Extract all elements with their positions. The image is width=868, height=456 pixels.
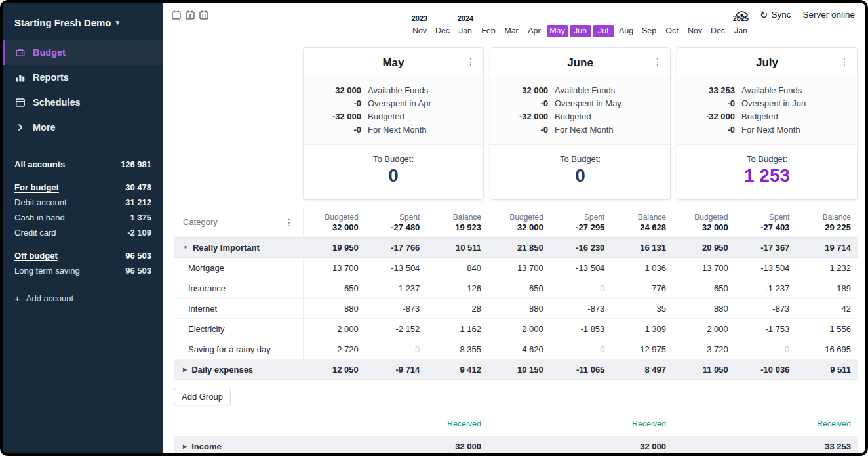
- category-name-cell[interactable]: Saving for a rainy day: [174, 339, 303, 359]
- two-month-view-icon[interactable]: [186, 10, 195, 20]
- three-month-view-icon[interactable]: [199, 10, 208, 20]
- balance-cell[interactable]: 1 036: [611, 263, 673, 273]
- spent-cell[interactable]: -17 766: [365, 243, 427, 253]
- balance-cell[interactable]: 840: [426, 263, 488, 273]
- balance-cell[interactable]: 126: [426, 283, 488, 293]
- timeline-month-dec-13[interactable]: Dec: [707, 14, 730, 37]
- income-value[interactable]: 33 253: [673, 442, 858, 451]
- budgeted-cell[interactable]: 880: [304, 304, 365, 314]
- budgeted-cell[interactable]: 3 720: [673, 344, 735, 354]
- budgeted-cell[interactable]: 2 000: [304, 324, 365, 334]
- spent-cell[interactable]: -13 504: [550, 263, 612, 273]
- spent-cell[interactable]: -1 753: [735, 324, 797, 334]
- sidebar-item-reports[interactable]: Reports: [3, 65, 163, 90]
- spent-cell[interactable]: -1 853: [550, 324, 612, 334]
- balance-cell[interactable]: 1 309: [611, 324, 673, 334]
- budgeted-cell[interactable]: 2 000: [488, 324, 550, 334]
- to-budget-value[interactable]: 1 253: [744, 165, 790, 186]
- sidebar-item-budget[interactable]: Budget: [3, 40, 163, 65]
- toggle-expanded-icon[interactable]: ▼: [183, 245, 188, 251]
- budgeted-cell[interactable]: 880: [673, 304, 735, 314]
- timeline-month-aug-9[interactable]: Aug: [615, 14, 638, 37]
- income-category-cell[interactable]: ▶Income: [174, 436, 303, 453]
- budgeted-cell[interactable]: 2 000: [673, 324, 735, 334]
- category-name-cell[interactable]: Electricity: [174, 319, 303, 339]
- balance-cell[interactable]: 1 162: [426, 324, 488, 334]
- balance-cell[interactable]: 28: [426, 304, 488, 314]
- spent-cell[interactable]: -9 714: [365, 365, 427, 375]
- category-row-really-important[interactable]: ▼Really Important19 950-17 76610 51121 8…: [174, 238, 858, 258]
- balance-cell[interactable]: 16 131: [611, 243, 673, 253]
- balance-cell[interactable]: 12 975: [611, 344, 673, 354]
- account-row-for-budget[interactable]: For budget30 478: [3, 180, 163, 195]
- budgeted-cell[interactable]: 650: [673, 283, 735, 293]
- balance-cell[interactable]: 35: [611, 304, 673, 314]
- balance-cell[interactable]: 8 355: [426, 344, 488, 354]
- spent-cell[interactable]: -873: [735, 304, 797, 314]
- server-status[interactable]: Server online: [802, 10, 855, 20]
- budgeted-cell[interactable]: 20 950: [673, 243, 735, 253]
- account-row-off-budget[interactable]: Off budget96 503: [3, 248, 163, 263]
- category-name-cell[interactable]: Mortgage: [174, 258, 303, 278]
- account-row-credit-card[interactable]: Credit card-2 109: [3, 225, 163, 240]
- timeline-month-dec-1[interactable]: Dec: [431, 14, 454, 37]
- category-menu-icon[interactable]: ⋮: [285, 217, 294, 228]
- budgeted-cell[interactable]: 19 950: [304, 243, 365, 253]
- add-group-button[interactable]: Add Group: [174, 388, 231, 405]
- month-menu-icon[interactable]: ⋮: [466, 56, 475, 67]
- sync-button[interactable]: ↻ Sync: [760, 10, 791, 20]
- income-row[interactable]: ▶Income32 00032 00033 253: [174, 436, 858, 453]
- budgeted-cell[interactable]: 11 050: [673, 365, 735, 375]
- timeline-month-apr-5[interactable]: Apr: [523, 14, 546, 37]
- spent-cell[interactable]: -13 504: [365, 263, 427, 273]
- one-month-view-icon[interactable]: [172, 10, 181, 20]
- income-value[interactable]: 32 000: [488, 442, 673, 451]
- balance-cell[interactable]: 42: [796, 304, 858, 314]
- balance-cell[interactable]: 189: [796, 283, 858, 293]
- sidebar-item-schedules[interactable]: Schedules: [3, 90, 163, 115]
- budgeted-cell[interactable]: 21 850: [488, 243, 550, 253]
- timeline-month-may-6[interactable]: May: [546, 14, 569, 37]
- to-budget-value[interactable]: 0: [575, 165, 585, 186]
- budgeted-cell[interactable]: 2 720: [304, 344, 365, 354]
- toggle-collapsed-icon[interactable]: ▶: [183, 444, 187, 449]
- spent-cell[interactable]: -10 036: [735, 365, 797, 375]
- month-menu-icon[interactable]: ⋮: [653, 56, 662, 67]
- spent-cell[interactable]: 0: [550, 344, 612, 354]
- balance-cell[interactable]: 1 232: [796, 263, 858, 273]
- timeline-month-oct-11[interactable]: Oct: [661, 14, 684, 37]
- category-row-daily-expenses[interactable]: ▶Daily expenses12 050-9 7149 41210 150-1…: [174, 360, 858, 380]
- spent-cell[interactable]: -17 367: [735, 243, 797, 253]
- balance-cell[interactable]: 19 714: [796, 243, 858, 253]
- spent-cell[interactable]: 0: [365, 344, 427, 354]
- category-name-cell[interactable]: Insurance: [174, 278, 303, 298]
- balance-cell[interactable]: 1 556: [796, 324, 858, 334]
- timeline-month-nov-12[interactable]: Nov: [684, 14, 707, 37]
- spent-cell[interactable]: -16 230: [550, 243, 612, 253]
- add-account-button[interactable]: + Add account: [3, 278, 163, 318]
- balance-cell[interactable]: 9 412: [426, 365, 488, 375]
- budgeted-cell[interactable]: 13 700: [304, 263, 365, 273]
- timeline-month-nov-0[interactable]: 2023Nov: [408, 14, 431, 37]
- budgeted-cell[interactable]: 880: [488, 304, 550, 314]
- balance-cell[interactable]: 10 511: [426, 243, 488, 253]
- spent-cell[interactable]: -1 237: [365, 283, 427, 293]
- balance-cell[interactable]: 8 497: [611, 365, 673, 375]
- account-row-all-accounts[interactable]: All accounts126 981: [3, 157, 163, 172]
- budgeted-cell[interactable]: 13 700: [488, 263, 550, 273]
- spent-cell[interactable]: -873: [365, 304, 427, 314]
- budgeted-cell[interactable]: 4 620: [488, 344, 550, 354]
- budgeted-cell[interactable]: 650: [304, 283, 365, 293]
- sidebar-item-more[interactable]: More: [3, 115, 163, 140]
- category-row-saving-for-a-rainy-day[interactable]: Saving for a rainy day2 72008 3554 62001…: [174, 339, 858, 360]
- spent-cell[interactable]: -2 152: [365, 324, 427, 334]
- spent-cell[interactable]: -11 065: [550, 365, 612, 375]
- balance-cell[interactable]: 9 511: [796, 365, 858, 375]
- timeline-month-feb-3[interactable]: Feb: [477, 14, 500, 37]
- timeline-month-mar-4[interactable]: Mar: [500, 14, 523, 37]
- to-budget-value[interactable]: 0: [388, 165, 399, 186]
- spent-cell[interactable]: 0: [735, 344, 797, 354]
- toggle-collapsed-icon[interactable]: ▶: [183, 367, 187, 373]
- category-name-cell[interactable]: Internet: [174, 299, 303, 318]
- budgeted-cell[interactable]: 10 150: [488, 365, 550, 375]
